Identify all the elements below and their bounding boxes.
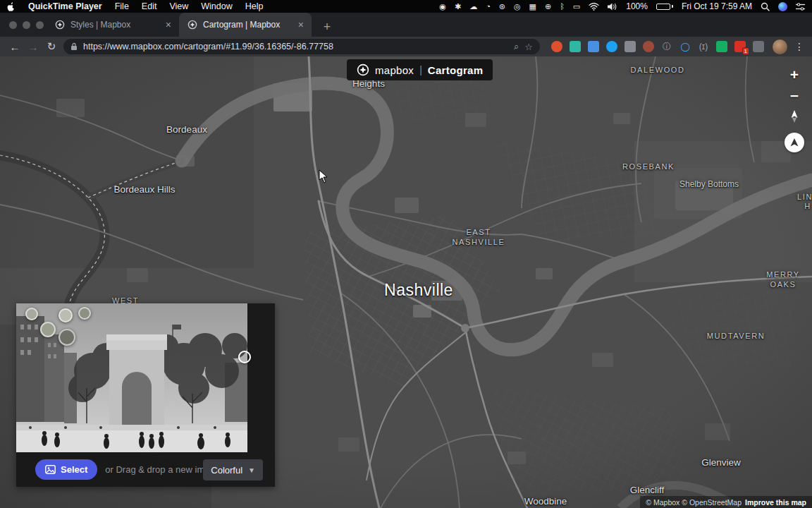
compass-button[interactable] <box>789 110 800 123</box>
menubar-menu-file[interactable]: File <box>115 1 129 11</box>
zoom-out-button[interactable]: − <box>790 87 799 104</box>
image-icon <box>45 465 56 474</box>
record-dot-icon[interactable]: ◉ <box>439 0 446 13</box>
url-text[interactable]: https://www.mapbox.com/cartogram/#11.99/… <box>83 42 508 52</box>
extension-orange-circle[interactable] <box>551 41 562 52</box>
color-swatch-0[interactable] <box>25 308 38 320</box>
extension-twitter[interactable] <box>606 41 617 52</box>
color-swatch-3[interactable] <box>59 329 75 346</box>
map-attribution: © Mapbox © OpenStreetMap Improve this ma… <box>640 496 812 508</box>
extension-red-badge[interactable]: 1 <box>734 41 746 52</box>
window-minimize-button[interactable] <box>23 21 30 29</box>
paw-icon[interactable]: ✱ <box>455 0 461 13</box>
mapbox-logo-icon <box>357 64 369 76</box>
extension-gray-square[interactable] <box>625 41 636 52</box>
geolocate-button[interactable] <box>785 133 804 152</box>
window-controls <box>9 21 44 29</box>
chevron-down-icon: ▼ <box>248 466 255 474</box>
menubar-menu-help[interactable]: Help <box>245 1 264 11</box>
window-close-button[interactable] <box>9 21 17 29</box>
uploaded-image-preview[interactable] <box>16 303 247 452</box>
siri-icon[interactable] <box>778 2 787 11</box>
palette-dropdown[interactable]: Colorful ▼ <box>203 459 263 480</box>
attribution-links[interactable]: © Mapbox © OpenStreetMap <box>646 498 742 507</box>
logo-brand-text: mapbox <box>375 64 414 76</box>
extension-badge: 1 <box>742 47 749 55</box>
apple-icon[interactable] <box>7 1 16 11</box>
time-machine-icon[interactable]: ◔ <box>486 0 491 13</box>
mapbox-favicon-icon <box>187 20 197 30</box>
extension-info[interactable]: ⓘ <box>661 41 672 52</box>
map-viewport[interactable]: HeightsDALEWOODBordeauxROSEBANKShelby Bo… <box>0 56 812 508</box>
browser-tab-0[interactable]: Styles | Mapbox× <box>47 13 179 37</box>
spotlight-search-icon[interactable] <box>761 2 770 11</box>
reload-button[interactable]: ↻ <box>42 40 61 53</box>
logo-divider: | <box>419 64 422 75</box>
color-swatch-1[interactable] <box>40 322 56 337</box>
color-swatch-4[interactable] <box>78 307 91 320</box>
profile-avatar[interactable] <box>773 40 787 54</box>
extension-paren[interactable]: (ɪ) <box>698 41 709 52</box>
browser-tab-bar: Styles | Mapbox×Cartogram | Mapbox× + <box>0 13 812 37</box>
browser-tab-1[interactable]: Cartogram | Mapbox× <box>179 13 312 37</box>
select-button-label: Select <box>61 464 87 475</box>
palette-selected-label: Colorful <box>211 465 242 476</box>
screen: QuickTime Player FileEditViewWindowHelp … <box>0 0 812 508</box>
improve-map-link[interactable]: Improve this map <box>745 498 806 507</box>
extension-maroon-circle[interactable] <box>643 41 654 52</box>
menubar-app-name[interactable]: QuickTime Player <box>28 1 102 11</box>
extension-green-square[interactable] <box>716 41 727 52</box>
bluetooth-icon[interactable]: ᛒ <box>560 0 565 13</box>
extension-blue-ring[interactable]: ◯ <box>679 41 691 52</box>
new-tab-button[interactable]: + <box>319 18 336 35</box>
menubar-menu-view[interactable]: View <box>169 1 188 11</box>
browser-menu-icon[interactable]: ⋮ <box>794 41 804 52</box>
volume-icon[interactable] <box>608 3 617 11</box>
tab-close-icon[interactable]: × <box>164 19 173 30</box>
accessibility-icon[interactable]: ⊕ <box>545 0 551 13</box>
menubar-menu-window[interactable]: Window <box>201 1 232 11</box>
menubar-clock[interactable]: Fri Oct 19 7:59 AM <box>682 1 752 11</box>
zoom-in-button[interactable]: + <box>790 66 799 83</box>
browser-toolbar: ← → ↻ https://www.mapbox.com/cartogram/#… <box>0 37 812 56</box>
color-wheel-icon[interactable]: ⊛ <box>499 0 505 13</box>
image-handle[interactable] <box>238 351 251 363</box>
zoom-page-icon[interactable]: ⌕ <box>514 41 519 52</box>
window-zoom-button[interactable] <box>36 21 44 29</box>
extension-icons: ⓘ◯(ɪ)1 <box>551 41 764 52</box>
color-swatch-2[interactable] <box>59 308 73 322</box>
tab-label: Cartogram | Mapbox <box>203 20 290 30</box>
mapbox-favicon-icon <box>55 20 65 30</box>
bookmark-star-icon[interactable]: ☆ <box>524 42 533 52</box>
tab-close-icon[interactable]: × <box>296 19 306 30</box>
padlock-icon[interactable] <box>70 42 78 51</box>
select-image-button[interactable]: Select <box>35 459 97 480</box>
menubar-menu-edit[interactable]: Edit <box>142 1 157 11</box>
battery-icon <box>656 4 673 10</box>
back-button[interactable]: ← <box>6 41 24 53</box>
keyboard-icon[interactable]: ▦ <box>529 0 536 13</box>
extension-blue-square[interactable] <box>588 41 599 52</box>
extension-gray-puzzle[interactable] <box>753 41 764 52</box>
cartogram-logo-badge[interactable]: mapbox | Cartogram <box>347 59 493 80</box>
forward-button[interactable]: → <box>24 41 42 53</box>
display-icon[interactable]: ▭ <box>573 0 580 13</box>
macos-menubar: QuickTime Player FileEditViewWindowHelp … <box>0 0 812 13</box>
camera-icon[interactable]: ◎ <box>514 0 521 13</box>
notification-center-icon[interactable] <box>796 3 805 11</box>
image-panel: Select or Drag & drop a new image. Color… <box>16 303 275 487</box>
tab-label: Styles | Mapbox <box>70 20 158 30</box>
extension-teal-mail[interactable] <box>570 41 581 52</box>
address-bar[interactable]: https://www.mapbox.com/cartogram/#11.99/… <box>63 39 540 54</box>
panel-toolbar: Select or Drag & drop a new image. Color… <box>16 452 275 487</box>
cloud-icon[interactable]: ☁ <box>469 0 477 13</box>
battery-percent: 100% <box>626 1 648 11</box>
logo-app-text: Cartogram <box>428 64 484 76</box>
map-controls: + − <box>785 66 804 152</box>
wifi-icon[interactable] <box>589 3 599 11</box>
